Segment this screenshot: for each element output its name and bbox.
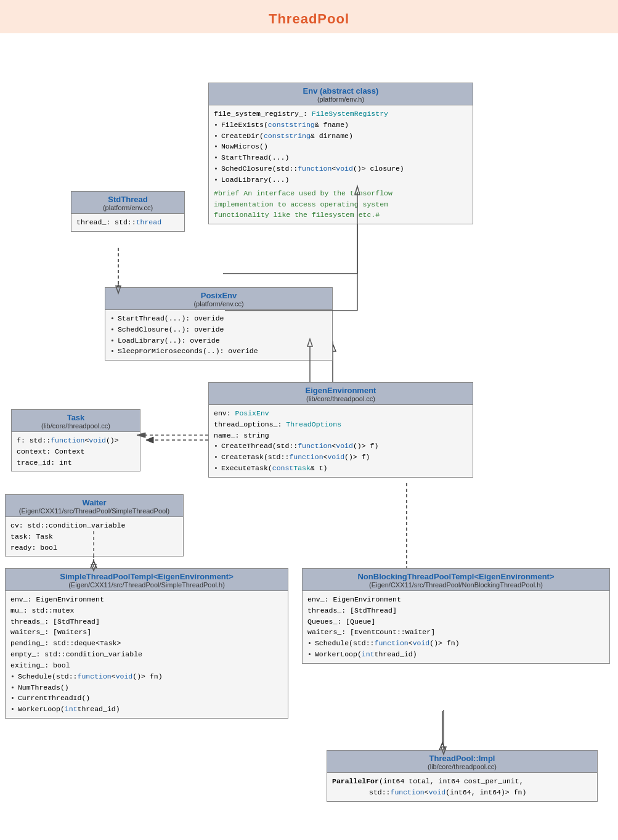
task-box: Task (lib/core/threadpool.cc) f: std::fu… (11, 409, 140, 471)
stp-method-2: •NumThreads() (10, 682, 283, 693)
task-field-context: context: Context (17, 446, 135, 457)
svg-marker-10 (91, 561, 97, 568)
nbtp-field-queues: Queues_: [Queue] (307, 616, 604, 627)
task-field-f: f: std::function<void()> (17, 435, 135, 446)
stdthread-file: (platform/env.cc) (76, 204, 179, 211)
eigenenv-box: EigenEnvironment (lib/core/threadpool.cc… (208, 382, 473, 478)
stp-method-3: •CurrentThreadId() (10, 693, 283, 704)
env-method-3: •NowMicros() (214, 141, 468, 152)
stdthread-box: StdThread (platform/env.cc) thread_: std… (71, 191, 185, 232)
posixenv-method-2: •SchedClosure(..): overide (110, 324, 327, 335)
eigenenv-method-1: •CreateThread(std::function<void()> f) (214, 441, 468, 452)
stp-field-threads: threads_: [StdThread] (10, 616, 283, 627)
nbtp-method-2: •WorkerLoop(int thread_id) (307, 649, 604, 660)
posixenv-classname: PosixEnv (110, 291, 327, 300)
threadpoolimpl-box: ThreadPool::Impl (lib/core/threadpool.cc… (327, 750, 598, 802)
waiter-box: Waiter (Eigen/CXX11/src/ThreadPool/Simpl… (5, 494, 184, 557)
page-title: ThreadPool (0, 0, 618, 33)
stp-field-exiting: exiting_: bool (10, 660, 283, 671)
waiter-field-ready: ready: bool (10, 542, 178, 553)
stp-method-1: •Schedule(std::function<void()> fn) (10, 671, 283, 682)
stp-field-pending: pending_: std::deque<Task> (10, 638, 283, 649)
nonblockingthreadpool-box: NonBlockingThreadPoolTempl<EigenEnvironm… (302, 568, 610, 664)
stp-field-mu: mu_: std::mutex (10, 605, 283, 616)
env-method-2: •CreateDir(const string& dirname) (214, 131, 468, 142)
env-file: (platform/env.h) (214, 96, 468, 103)
tpi-method-1: ParallelFor(int64 total, int64 cost_per_… (332, 776, 592, 787)
tpi-classname: ThreadPool::Impl (332, 754, 592, 763)
stp-method-4: •WorkerLoop(int thread_id) (10, 704, 283, 715)
tpi-file: (lib/core/threadpool.cc) (332, 763, 592, 770)
env-method-5: •SchedClosure(std::function<void()> clos… (214, 163, 468, 174)
eigenenv-method-2: •CreateTask(std::function<void()> f) (214, 452, 468, 463)
eigenenv-field-env: env: PosixEnv (214, 408, 468, 419)
waiter-field-task: task: Task (10, 531, 178, 542)
nbtp-file: (Eigen/CXX11/src/ThreadPool/NonBlockingT… (307, 581, 604, 589)
task-field-traceid: trace_id: int (17, 457, 135, 468)
env-classname: Env (303, 86, 318, 96)
posixenv-file: (platform/env.cc) (110, 300, 327, 308)
eigenenv-file: (lib/core/threadpool.cc) (214, 395, 468, 402)
env-method-6: •LoadLibrary(...) (214, 174, 468, 186)
simplethreadpool-file: (Eigen/CXX11/src/ThreadPool/SimpleThread… (10, 581, 283, 589)
nbtp-field-threads: threads_: [StdThread] (307, 605, 604, 616)
nbtp-field-env: env_: EigenEnvironment (307, 594, 604, 605)
env-method-1: •FileExists(const string& fname) (214, 120, 468, 131)
nbtp-classname: NonBlockingThreadPoolTempl<EigenEnvironm… (307, 572, 604, 581)
task-classname: Task (17, 413, 135, 422)
eigenenv-field-threadoptions: thread_options_: ThreadOptions (214, 419, 468, 430)
eigenenv-field-name: name_: string (214, 430, 468, 441)
stp-field-waiters: waiters_: [Waiters] (10, 627, 283, 638)
stdthread-field: thread_: std::thread (76, 217, 179, 228)
tpi-method-1b: std::function<void(int64, int64)> fn) (332, 787, 592, 798)
stp-field-env: env_: EigenEnvironment (10, 594, 283, 605)
stdthread-classname: StdThread (76, 195, 179, 204)
waiter-file: (Eigen/CXX11/src/ThreadPool/SimpleThread… (10, 507, 178, 515)
nbtp-field-waiters: waiters_: [EventCount::Waiter] (307, 627, 604, 638)
task-file: (lib/core/threadpool.cc) (17, 422, 135, 430)
simplethreadpool-box: SimpleThreadPoolTempl<EigenEnvironment> … (5, 568, 288, 719)
svg-marker-8 (146, 437, 153, 443)
posixenv-box: PosixEnv (platform/env.cc) •StartThread(… (105, 287, 333, 361)
svg-marker-13 (439, 743, 445, 750)
simplethreadpool-classname: SimpleThreadPoolTempl<EigenEnvironment> (10, 572, 283, 581)
env-box: Env (abstract class) (platform/env.h) fi… (208, 83, 473, 224)
eigenenv-classname: EigenEnvironment (214, 386, 468, 395)
env-method-4: •StartThread(...) (214, 152, 468, 163)
posixenv-method-4: •SleepForMicroseconds(..): overide (110, 346, 327, 357)
eigenenv-method-3: •ExecuteTask(const Task& t) (214, 463, 468, 474)
stp-field-empty: empty_: std::condition_variable (10, 649, 283, 660)
waiter-classname: Waiter (10, 498, 178, 507)
posixenv-method-1: •StartThread(...): overide (110, 313, 327, 324)
env-field-registry: file_system_registry_: FileSystemRegistr… (214, 108, 468, 120)
waiter-field-cv: cv: std::condition_variable (10, 520, 178, 531)
nbtp-method-1: •Schedule(std::function<void()> fn) (307, 638, 604, 649)
posixenv-method-3: •LoadLibrary(..): overide (110, 335, 327, 346)
env-comment: #brief An interface used by the tensorfl… (214, 188, 468, 221)
